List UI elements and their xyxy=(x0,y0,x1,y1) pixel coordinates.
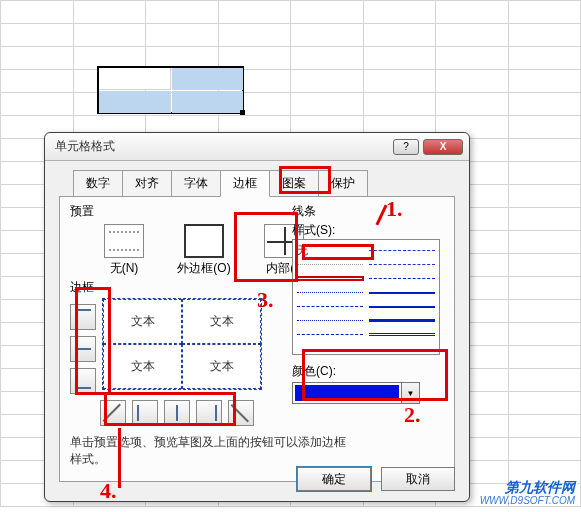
fill-handle[interactable] xyxy=(240,110,245,115)
border-diag-down-button[interactable] xyxy=(228,400,254,426)
cancel-button[interactable]: 取消 xyxy=(381,467,455,491)
border-right-button[interactable] xyxy=(196,400,222,426)
help-icon: ? xyxy=(403,141,409,152)
border-top-button[interactable] xyxy=(70,304,96,330)
help-button[interactable]: ? xyxy=(393,139,419,155)
line-style-opt[interactable] xyxy=(297,334,363,335)
border-middle-v-button[interactable] xyxy=(164,400,190,426)
border-preview[interactable]: 文本 文本 文本 文本 xyxy=(102,298,262,390)
preview-cell: 文本 xyxy=(103,299,182,344)
border-left-button[interactable] xyxy=(132,400,158,426)
line-color-label: 颜色(C): xyxy=(292,363,444,380)
preset-outer-label: 外边框(O) xyxy=(176,260,232,277)
tab-font[interactable]: 字体 xyxy=(171,170,221,197)
line-style-opt[interactable] xyxy=(369,292,435,294)
preset-none[interactable]: 无(N) xyxy=(96,224,152,277)
tab-protection[interactable]: 保护 xyxy=(318,170,368,197)
border-middle-h-button[interactable] xyxy=(70,336,96,362)
preset-outer-icon xyxy=(184,224,224,258)
dialog-titlebar[interactable]: 单元格格式 ? X xyxy=(45,133,469,161)
line-style-opt[interactable] xyxy=(297,306,363,307)
format-cells-dialog: 单元格格式 ? X 数字 对齐 字体 边框 图案 保护 预置 无(N) 外边框(… xyxy=(44,132,470,502)
watermark-line2: WWW.D9SOFT.COM xyxy=(480,495,575,506)
close-icon: X xyxy=(440,141,447,152)
cancel-label: 取消 xyxy=(406,471,430,488)
line-style-none[interactable]: 无 xyxy=(297,243,363,258)
watermark-line1: 第九软件网 xyxy=(480,480,575,495)
dropdown-icon[interactable]: ▼ xyxy=(401,383,419,403)
preset-none-icon xyxy=(104,224,144,258)
line-style-opt[interactable] xyxy=(297,264,363,265)
line-style-opt[interactable] xyxy=(369,278,435,279)
tab-pattern[interactable]: 图案 xyxy=(269,170,319,197)
line-style-label: 样式(S): xyxy=(292,222,444,239)
preview-cell: 文本 xyxy=(182,344,261,389)
line-group-label: 线条 xyxy=(292,203,444,220)
line-color-swatch xyxy=(295,385,399,401)
selected-range[interactable] xyxy=(97,66,244,114)
line-style-selected[interactable] xyxy=(297,277,363,280)
border-bottom-button[interactable] xyxy=(70,368,96,394)
preset-outer[interactable]: 外边框(O) xyxy=(176,224,232,277)
preview-cell: 文本 xyxy=(103,344,182,389)
tab-alignment[interactable]: 对齐 xyxy=(122,170,172,197)
line-style-opt[interactable] xyxy=(369,333,435,336)
tab-strip: 数字 对齐 字体 边框 图案 保护 xyxy=(73,169,455,196)
line-group: 线条 样式(S): 无 xyxy=(292,203,444,404)
line-color-combo[interactable]: ▼ xyxy=(292,382,420,404)
close-button[interactable]: X xyxy=(423,139,463,155)
tab-number[interactable]: 数字 xyxy=(73,170,123,197)
line-style-opt[interactable] xyxy=(369,319,435,322)
border-tab-panel: 预置 无(N) 外边框(O) 内部(I) 边框 xyxy=(59,196,455,482)
preview-cell: 文本 xyxy=(182,299,261,344)
line-style-list[interactable]: 无 xyxy=(292,239,440,355)
line-style-opt[interactable] xyxy=(369,306,435,308)
line-style-opt[interactable] xyxy=(369,264,435,265)
line-style-opt[interactable] xyxy=(297,320,363,321)
ok-button[interactable]: 确定 xyxy=(297,467,371,491)
line-style-opt[interactable] xyxy=(297,292,363,293)
border-diag-up-button[interactable] xyxy=(100,400,126,426)
watermark: 第九软件网 WWW.D9SOFT.COM xyxy=(480,480,575,506)
dialog-title: 单元格格式 xyxy=(55,138,389,155)
border-hint-text: 单击预置选项、预览草图及上面的按钮可以添加边框样式。 xyxy=(70,434,350,468)
ok-label: 确定 xyxy=(322,471,346,488)
line-style-opt[interactable] xyxy=(369,250,435,251)
tab-border[interactable]: 边框 xyxy=(220,170,270,197)
preset-none-label: 无(N) xyxy=(96,260,152,277)
